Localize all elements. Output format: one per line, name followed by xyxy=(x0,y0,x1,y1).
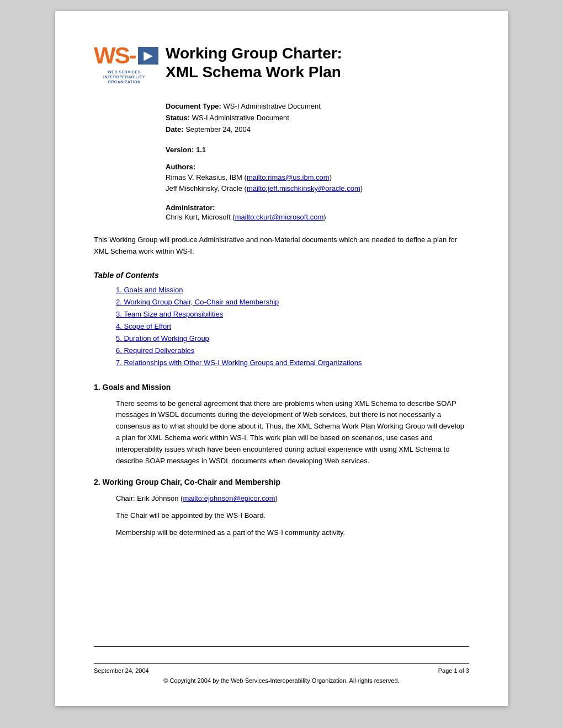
toc-item-5[interactable]: 5. Duration of Working Group xyxy=(116,333,469,345)
logo-dash: - xyxy=(129,44,137,67)
section-chair: 2. Working Group Chair, Co-Chair and Mem… xyxy=(94,478,469,538)
footer-container: September 24, 2004 Page 1 of 3 © Copyrig… xyxy=(94,646,469,684)
logo-ws-text: WS xyxy=(94,44,129,67)
logo-ws: WS - ► xyxy=(94,44,155,67)
document-title: Working Group Charter: XML Schema Work P… xyxy=(166,44,342,81)
admin-link[interactable]: mailto:ckurt@microsoft.com xyxy=(235,213,324,221)
header-section: WS - ► WEB SERVICES INTEROPERABILITY ORG… xyxy=(94,44,469,84)
author2-link[interactable]: mailto:jeff.mischkinsky@oracle.com xyxy=(247,184,360,192)
document-page: WS - ► WEB SERVICES INTEROPERABILITY ORG… xyxy=(55,11,508,706)
admin-section: Administrator: Chris Kurt, Microsoft (ma… xyxy=(166,204,469,221)
version-section: Version: 1.1 xyxy=(166,146,469,154)
section-1-body: There seems to be general agreement that… xyxy=(116,398,469,467)
admin-line: Chris Kurt, Microsoft (mailto:ckurt@micr… xyxy=(166,213,469,221)
footer-divider xyxy=(94,646,469,647)
chair-line: Chair: Erik Johnson (mailto:ejohnson@epi… xyxy=(116,493,469,505)
chair-board-line: The Chair will be appointed by the WS-I … xyxy=(116,510,469,522)
status-line: Status: WS-I Administrative Document xyxy=(166,113,469,124)
footer-page: Page 1 of 3 xyxy=(438,667,469,674)
footer-copyright: © Copyright 2004 by the Web Services-Int… xyxy=(94,677,469,684)
intro-paragraph: This Working Group will produce Administ… xyxy=(94,234,469,258)
doc-type-line: Document Type: WS-I Administrative Docum… xyxy=(166,101,469,113)
toc-list: 1. Goals and Mission 2. Working Group Ch… xyxy=(116,284,469,370)
toc-item-4[interactable]: 4. Scope of Effort xyxy=(116,320,469,333)
section-2-heading: 2. Working Group Chair, Co-Chair and Mem… xyxy=(94,478,469,486)
version-text: Version: 1.1 xyxy=(166,146,469,154)
meta-section: Document Type: WS-I Administrative Docum… xyxy=(166,101,469,135)
author1-link[interactable]: mailto:rimas@us.ibm.com xyxy=(247,173,330,181)
logo-area: WS - ► WEB SERVICES INTEROPERABILITY ORG… xyxy=(94,44,155,84)
membership-line: Membership will be determined as a part … xyxy=(116,527,469,539)
toc-item-2[interactable]: 2. Working Group Chair, Co-Chair and Mem… xyxy=(116,296,469,308)
date-line: Date: September 24, 2004 xyxy=(166,124,469,136)
chair-link[interactable]: mailto:ejohnson@epicor.com xyxy=(183,494,275,502)
logo-subtitle: WEB SERVICES INTEROPERABILITY ORGANIZATI… xyxy=(94,69,155,84)
footer: September 24, 2004 Page 1 of 3 xyxy=(94,663,469,674)
authors-label: Authors: xyxy=(166,163,469,171)
admin-label: Administrator: xyxy=(166,204,469,212)
authors-section: Authors: Rimas V. Rekasius, IBM (mailto:… xyxy=(166,163,469,195)
author2-line: Jeff Mischkinsky, Oracle (mailto:jeff.mi… xyxy=(166,183,469,195)
toc-item-7[interactable]: 7. Relationships with Other WS-I Working… xyxy=(116,357,469,369)
author1-line: Rimas V. Rekasius, IBM (mailto:rimas@us.… xyxy=(166,172,469,184)
section-1-heading: 1. Goals and Mission xyxy=(94,383,469,392)
toc-item-1[interactable]: 1. Goals and Mission xyxy=(116,284,469,296)
toc-item-3[interactable]: 3. Team Size and Responsibilities xyxy=(116,308,469,320)
title-area: Working Group Charter: XML Schema Work P… xyxy=(166,44,342,81)
section-goals: 1. Goals and Mission There seems to be g… xyxy=(94,383,469,467)
footer-date: September 24, 2004 xyxy=(94,667,149,674)
section-2-body: Chair: Erik Johnson (mailto:ejohnson@epi… xyxy=(116,493,469,538)
toc-title: Table of Contents xyxy=(94,271,469,280)
logo-arrow-box: ► xyxy=(138,47,159,65)
toc-item-6[interactable]: 6. Required Deliverables xyxy=(116,345,469,357)
toc-section: Table of Contents 1. Goals and Mission 2… xyxy=(94,271,469,370)
